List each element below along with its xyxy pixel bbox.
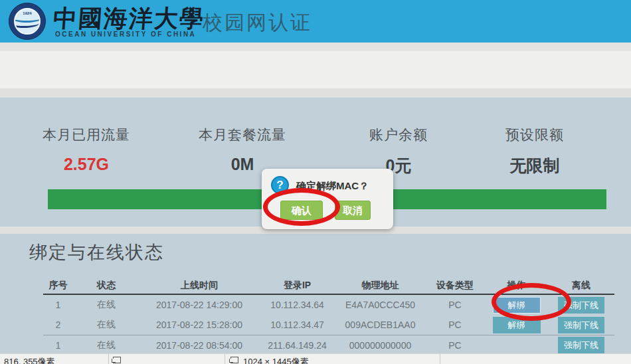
cell-no: 2 bbox=[43, 319, 73, 330]
confirm-button[interactable]: 确认 bbox=[280, 201, 323, 220]
cell-time: 2017-08-22 14:29:00 bbox=[139, 300, 259, 310]
cell-status: 在线 bbox=[73, 319, 139, 331]
stat-package-traffic: 本月套餐流量 0M bbox=[169, 126, 316, 174]
stat-label: 本月已用流量 bbox=[13, 126, 159, 144]
col-header-time: 上线时间 bbox=[139, 280, 259, 292]
unbind-button[interactable]: 解绑 bbox=[493, 297, 541, 314]
cell-ip: 10.112.34.64 bbox=[259, 300, 335, 310]
cell-device: PC bbox=[425, 319, 485, 330]
cell-time: 2017-08-22 08:54:00 bbox=[139, 340, 259, 351]
question-icon: ? bbox=[271, 176, 289, 194]
section-title: 绑定与在线状态 bbox=[29, 240, 164, 264]
statusbar-divider bbox=[440, 354, 440, 364]
stat-value: 无限制 bbox=[465, 155, 604, 177]
col-header-status: 状态 bbox=[73, 280, 139, 292]
cell-ip: 211.64.149.24 bbox=[259, 340, 335, 351]
message-bar: 您已经成功登录。Login successfully. 注销（Logout） bbox=[0, 51, 631, 88]
stat-label: 账户余额 bbox=[325, 126, 472, 144]
cell-device: PC bbox=[425, 340, 485, 351]
cancel-button[interactable]: 取消 bbox=[335, 201, 371, 220]
stat-used-traffic: 本月已用流量 2.57G bbox=[13, 126, 159, 174]
cursor-position-readout: 816, 355像素 bbox=[4, 356, 55, 364]
cell-device: PC bbox=[425, 300, 485, 310]
unbind-button[interactable]: 解绑 bbox=[493, 317, 541, 333]
cell-status: 在线 bbox=[73, 299, 139, 311]
stat-label: 本月套餐流量 bbox=[169, 126, 316, 144]
statusbar-divider bbox=[108, 354, 109, 364]
stat-label: 预设限额 bbox=[465, 126, 604, 144]
page-title: 校园网认证 bbox=[203, 9, 312, 37]
col-header-no: 序号 bbox=[43, 280, 73, 292]
cell-mac: 000000000000 bbox=[335, 340, 425, 351]
cell-time: 2017-08-22 15:28:00 bbox=[139, 319, 259, 330]
table-row: 2 在线 2017-08-22 15:28:00 10.112.34.47 00… bbox=[43, 315, 614, 335]
col-header-device: 设备类型 bbox=[425, 280, 485, 292]
image-size-readout: 1024 × 1445像素 bbox=[243, 356, 309, 364]
col-header-ip: 登录IP bbox=[259, 280, 335, 292]
university-logo-icon: 1924 bbox=[9, 3, 46, 40]
table-header-row: 序号 状态 上线时间 登录IP 物理地址 设备类型 操作 离线 bbox=[43, 278, 614, 295]
col-header-action: 操作 bbox=[485, 280, 548, 292]
dialog-question: 确定解绑MAC？ bbox=[296, 180, 369, 193]
image-viewer-status-bar: 816, 355像素 1024 × 1445像素 bbox=[0, 353, 631, 364]
header-divider bbox=[0, 43, 631, 51]
statusbar-divider bbox=[225, 354, 225, 364]
col-header-offline: 离线 bbox=[548, 280, 614, 292]
wave-icon bbox=[14, 19, 39, 28]
stat-preset-limit: 预设限额 无限制 bbox=[465, 126, 604, 177]
cell-no: 1 bbox=[43, 300, 73, 310]
table-row: 1 在线 2017-08-22 14:29:00 10.112.34.64 E4… bbox=[43, 295, 614, 315]
university-name-en: OCEAN UNIVERSITY OF CHINA bbox=[55, 31, 196, 38]
binding-status-panel: 绑定与在线状态 序号 状态 上线时间 登录IP 物理地址 设备类型 操作 离线 … bbox=[0, 234, 631, 353]
header: 1924 中國海洋大學 OCEAN UNIVERSITY OF CHINA 校园… bbox=[0, 0, 631, 43]
cell-no: 1 bbox=[43, 340, 73, 351]
cell-mac: E4A7A0CCC450 bbox=[335, 300, 425, 310]
force-offline-button[interactable]: 强制下线 bbox=[558, 297, 604, 314]
selection-icon bbox=[113, 357, 121, 363]
cell-ip: 10.112.34.47 bbox=[259, 319, 335, 330]
stat-value: 2.57G bbox=[13, 155, 159, 174]
col-header-mac: 物理地址 bbox=[335, 280, 425, 292]
force-offline-button[interactable]: 强制下线 bbox=[558, 337, 604, 353]
cell-mac: 009ACDEB1AA0 bbox=[335, 319, 425, 330]
section-divider bbox=[0, 88, 631, 98]
cell-status: 在线 bbox=[73, 339, 139, 351]
table-row: 1 在线 2017-08-22 08:54:00 211.64.149.24 0… bbox=[43, 335, 614, 355]
force-offline-button[interactable]: 强制下线 bbox=[558, 317, 604, 333]
unbind-confirm-dialog: ? 确定解绑MAC？ 确认 取消 bbox=[262, 169, 393, 229]
selection-icon bbox=[230, 357, 238, 363]
binding-table: 序号 状态 上线时间 登录IP 物理地址 设备类型 操作 离线 1 在线 201… bbox=[43, 278, 614, 355]
